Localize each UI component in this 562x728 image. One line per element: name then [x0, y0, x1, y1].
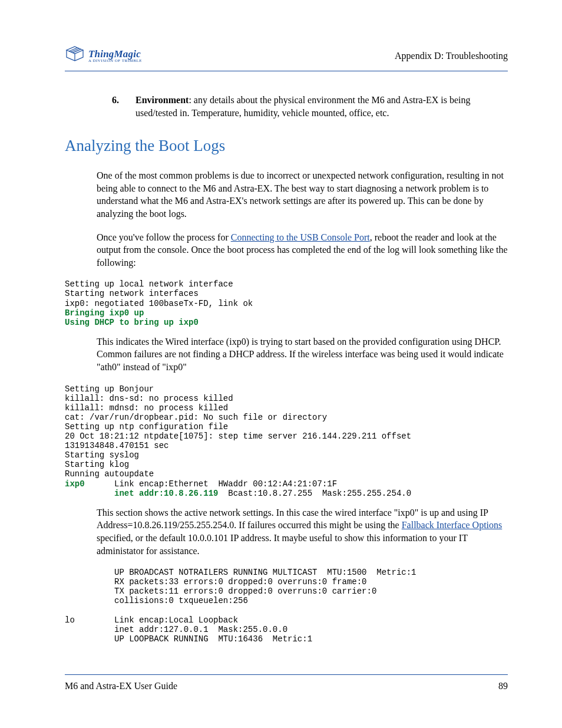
logo-tagline: A DIVISION OF TRIMBLE — [88, 59, 142, 63]
code2-iface: ixp0 — [65, 479, 85, 489]
code2-indent — [65, 489, 114, 498]
paragraph-intro: One of the most common problems is due t… — [97, 169, 508, 220]
code-block-3: UP BROADCAST NOTRAILERS RUNNING MULTICAS… — [65, 568, 508, 644]
code2-inet: inet addr:10.8.26.119 — [114, 489, 218, 498]
logo: ThingMagic A DIVISION OF TRIMBLE — [65, 46, 142, 66]
para4-b: specified, or the default 10.0.0.101 IP … — [97, 533, 468, 556]
logo-text: ThingMagic A DIVISION OF TRIMBLE — [88, 49, 142, 63]
code2-inet-rest: Bcast:10.8.27.255 Mask:255.255.254.0 — [218, 489, 411, 498]
paragraph-network-settings: This section shows the active network se… — [97, 506, 508, 557]
code2-line-rest: Link encap:Ethernet HWaddr 00:12:A4:21:0… — [85, 479, 337, 489]
page-header: ThingMagic A DIVISION OF TRIMBLE Appendi… — [65, 46, 508, 71]
page-footer: M6 and Astra-EX User Guide 89 — [65, 674, 508, 691]
paragraph-process: Once you've follow the process for Conne… — [97, 231, 508, 269]
code1-plain: Setting up local network interface Start… — [65, 279, 253, 308]
page: ThingMagic A DIVISION OF TRIMBLE Appendi… — [0, 0, 562, 728]
paragraph-wired: This indicates the Wired interface (ixp0… — [97, 335, 508, 374]
code2-plain: Setting up Bonjour killall: dns-sd: no p… — [65, 384, 411, 479]
code-block-2: Setting up Bonjour killall: dns-sd: no p… — [65, 384, 508, 498]
code-block-1: Setting up local network interface Start… — [65, 279, 508, 327]
para2-a: Once you've follow the process for — [97, 232, 231, 242]
header-appendix-label: Appendix D: Troubleshooting — [395, 51, 508, 61]
list-item-environment: 6. Environment: any details about the ph… — [112, 94, 508, 119]
logo-icon — [65, 46, 85, 66]
code1-highlight: Bringing ixp0 up Using DHCP to bring up … — [65, 308, 199, 327]
link-usb-console[interactable]: Connecting to the USB Console Port — [231, 232, 370, 242]
footer-page-number: 89 — [498, 681, 508, 691]
list-bold: Environment — [135, 95, 189, 105]
logo-brand: ThingMagic — [88, 49, 142, 59]
link-fallback-options[interactable]: Fallback Interface Options — [402, 520, 503, 530]
footer-title: M6 and Astra-EX User Guide — [65, 681, 177, 691]
list-number: 6. — [112, 94, 135, 119]
section-heading: Analyzing the Boot Logs — [65, 137, 508, 155]
list-content: Environment: any details about the physi… — [135, 94, 508, 119]
